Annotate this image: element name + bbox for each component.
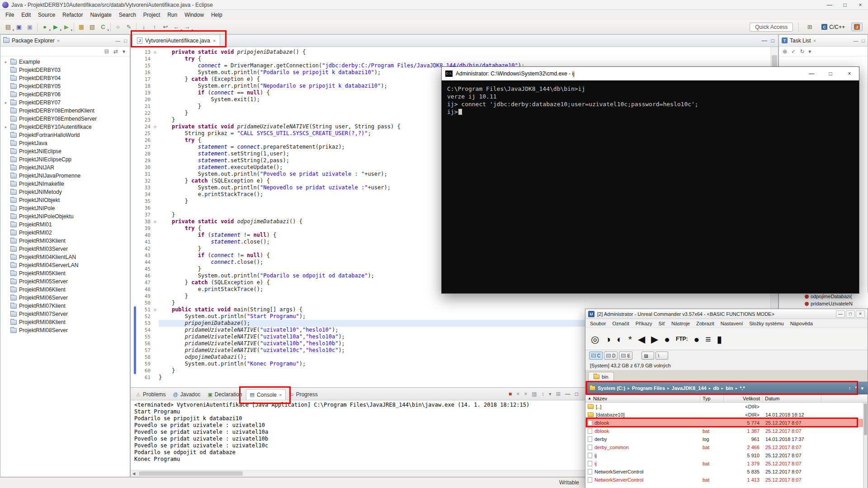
external-tools-icon[interactable]: ▶▾	[61, 22, 72, 33]
console-area-tab-progress[interactable]: ↻Progress	[286, 389, 321, 400]
column-header-date[interactable]: Datum	[763, 394, 821, 402]
prev-annotation-icon[interactable]: ↑	[149, 22, 160, 33]
forward-icon[interactable]: →▾	[182, 22, 193, 33]
tree-item-projektrmi08server[interactable]: ProjektRMI08Server	[0, 326, 130, 334]
remove-launch-icon[interactable]: ×	[516, 391, 519, 397]
link-with-editor-icon[interactable]: ⇄	[113, 48, 118, 55]
remove-all-launches-icon[interactable]: ×	[524, 391, 527, 397]
menu-window[interactable]: Window	[181, 10, 208, 19]
breadcrumb-segment[interactable]: *.*	[740, 385, 745, 391]
cmd-title-bar[interactable]: C:\ Administrator: C:\Windows\System32\c…	[442, 67, 859, 80]
console-area-tab-declaration[interactable]: ▣Declaration	[204, 389, 245, 400]
debug-icon[interactable]: ●▾	[39, 22, 50, 33]
pin-console-icon[interactable]: ▾	[549, 391, 552, 397]
tree-item-projektrmi07klient[interactable]: ProjektRMI07Klient	[0, 302, 130, 310]
menu-project[interactable]: Project	[140, 10, 164, 19]
menu-search[interactable]: Search	[115, 10, 140, 19]
run-icon[interactable]: ▶▾	[50, 22, 61, 33]
maximize-view-icon[interactable]: □	[862, 38, 865, 43]
expand-arrow-icon[interactable]: ▸	[4, 100, 8, 105]
tree-item-projektderby08embendklient[interactable]: ProjektDERBY08EmbendKlient	[0, 107, 130, 115]
tree-item-projektrmi04serverlan[interactable]: ProjektRMI04ServerLAN	[0, 261, 130, 269]
tree-item-projektrmi03server[interactable]: ProjektRMI03Server	[0, 245, 130, 253]
close-window-icon[interactable]: ×	[840, 67, 859, 80]
uc-menu-nástroje[interactable]: Nástroje	[668, 320, 693, 327]
tree-item-projektrmi06klient[interactable]: ProjektRMI06Klient	[0, 286, 130, 294]
list-icon[interactable]: ≡	[705, 334, 711, 344]
minimize-window-icon[interactable]: —	[802, 67, 821, 80]
file-row-databaze10[interactable]: [databaze10]<DIR>14.01.2018 18:12	[585, 411, 868, 419]
editor-tab-vytvoreniautentifikace[interactable]: J VytvoreniAutentifikace.java ×	[132, 34, 220, 47]
favorites-icon[interactable]: *	[855, 385, 857, 391]
connect-icon[interactable]: ●	[694, 334, 700, 344]
quick-access-button[interactable]: Quick Access	[750, 23, 793, 32]
root-icon[interactable]: \	[656, 352, 668, 360]
maximize-window-icon[interactable]: □	[846, 310, 855, 318]
expand-arrow-icon[interactable]: ▸	[4, 60, 8, 64]
console-area-tab-problems[interactable]: ⚠Problems	[132, 389, 170, 400]
perspective-cpp-button[interactable]: C C/C++	[819, 23, 848, 32]
fold-marker-icon[interactable]: ⊖	[151, 306, 159, 313]
drive-button-c[interactable]: C	[589, 352, 603, 360]
file-row-derby-log[interactable]: derbylog96114.01.2018 17:37	[585, 435, 868, 443]
fold-marker-icon[interactable]: ⊖	[151, 49, 159, 56]
breadcrumb-segment[interactable]: JavaJDK8_144	[672, 385, 707, 391]
clear-console-icon[interactable]: ▤	[532, 391, 537, 397]
uc-menu-označit[interactable]: Označit	[609, 320, 632, 327]
uc-folder-tab-bin[interactable]: bin	[588, 372, 614, 381]
perspective-java-button[interactable]: J	[851, 23, 863, 31]
tree-item-projektderby10autentifikace[interactable]: ▸ProjektDERBY10Autentifikace	[0, 123, 130, 131]
target-icon[interactable]: ◎	[591, 334, 599, 344]
close-window-icon[interactable]: ×	[856, 310, 865, 318]
uc-menu-nastavení[interactable]: Nastavení	[717, 320, 746, 327]
minimize-view-icon[interactable]: —	[115, 38, 120, 43]
breadcrumb-segment[interactable]: bin	[726, 385, 733, 391]
maximize-view-icon[interactable]: □	[124, 38, 127, 43]
uc-menu-soubor[interactable]: Soubor	[587, 320, 609, 327]
next-annotation-icon[interactable]: ↓	[138, 22, 149, 33]
view-menu-icon[interactable]: ▾	[808, 48, 811, 55]
uc-scrollbar-thumb[interactable]	[864, 404, 867, 435]
uc-menu-síť[interactable]: Síť	[655, 320, 668, 327]
column-header-name[interactable]: ▲Název	[585, 394, 700, 402]
breadcrumb-segment[interactable]: Program Files	[632, 385, 665, 391]
collapse-all-icon[interactable]: ⊟	[104, 48, 109, 55]
maximize-window-icon[interactable]: □	[821, 67, 840, 80]
uc-scrollbar[interactable]	[863, 403, 868, 488]
new-class-icon[interactable]: C▾	[98, 22, 108, 33]
menu-refactor[interactable]: Refactor	[59, 10, 86, 19]
tree-item-projektjnipole[interactable]: ProjektJNIPole	[0, 204, 130, 212]
tree-item-projektrmi05server[interactable]: ProjektRMI05Server	[0, 277, 130, 286]
drive-button-d[interactable]: D	[604, 352, 618, 360]
file-row-NetworkServerControl[interactable]: NetworkServerControl5 83525.12.2017 8:07	[585, 468, 868, 476]
tree-item-projektjava[interactable]: ProjektJava	[0, 139, 130, 147]
outline-item[interactable]: odpojimeDatabazi(	[804, 293, 868, 300]
search-icon[interactable]: ○	[113, 22, 123, 33]
book-icon[interactable]: ▮	[717, 334, 722, 344]
tree-item-projektjnipoleobjektu[interactable]: ProjektJNIPoleObjektu	[0, 212, 130, 221]
open-console-icon[interactable]: ⊞	[556, 391, 561, 397]
cmd-terminal[interactable]: C:\Program Files\JavaJDK8_144\db\bin>ijv…	[442, 80, 859, 120]
net-drive-icon[interactable]: ▨	[642, 352, 654, 360]
file-row-[interactable]: [..]<DIR>	[585, 403, 868, 411]
terminate-icon[interactable]: ■	[509, 391, 512, 397]
minimize-view-icon[interactable]: —	[565, 391, 571, 397]
pack-icon[interactable]: ●	[664, 334, 670, 344]
tree-item-projektrmi02[interactable]: ProjektRMI02	[0, 229, 130, 237]
new-package-icon[interactable]: ▧	[87, 22, 98, 33]
disc-left-icon[interactable]: ◐	[617, 334, 623, 344]
tree-item-projektrmi08klient[interactable]: ProjektRMI08Klient	[0, 318, 130, 326]
fold-marker-icon[interactable]: ⊖	[151, 218, 159, 225]
last-edit-location-icon[interactable]: ↩	[160, 22, 171, 33]
close-window-icon[interactable]: ×	[853, 0, 868, 9]
new-java-project-icon[interactable]: ▦	[76, 22, 87, 33]
tree-item-projektjnijar[interactable]: ProjektJNIJAR	[0, 164, 130, 172]
scroll-left-icon[interactable]: ◀	[131, 470, 137, 477]
arrow-left-icon[interactable]: ◀	[638, 334, 645, 344]
outline-item[interactable]: pridameUzivateleN	[804, 300, 868, 307]
tree-item-example[interactable]: ▸Example	[0, 58, 130, 66]
maximize-editor-icon[interactable]: □	[771, 38, 774, 44]
minimize-window-icon[interactable]: —	[836, 310, 845, 318]
scroll-lock-icon[interactable]: ↕	[542, 391, 544, 397]
history-icon[interactable]: ▾	[861, 385, 863, 391]
